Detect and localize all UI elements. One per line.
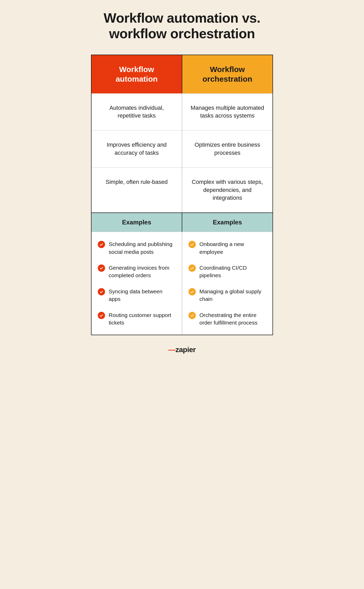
- list-item: Managing a global supply chain: [188, 288, 265, 303]
- page-wrapper: Workflow automation vs. workflow orchest…: [91, 10, 273, 354]
- automation-header: Workflow automation: [92, 55, 182, 93]
- check-icon-red: [98, 241, 105, 248]
- automation-feature-3: Simple, often rule-based: [92, 168, 182, 212]
- check-icon-red: [98, 312, 105, 319]
- check-icon-red: [98, 288, 105, 295]
- page-title: Workflow automation vs. workflow orchest…: [91, 10, 273, 42]
- check-icon-orange: [188, 241, 196, 248]
- orchestration-feature-1: Manages multiple automated tasks across …: [182, 94, 272, 131]
- check-icon-orange: [188, 312, 196, 319]
- examples-header-row: Examples Examples: [92, 212, 272, 232]
- automation-feature-2: Improves efficiency and accuracy of task…: [92, 131, 182, 167]
- table-header-row: Workflow automation Workflow orchestrati…: [92, 55, 272, 93]
- check-icon-orange: [188, 288, 196, 295]
- list-item: Onboarding a new employee: [188, 240, 265, 256]
- orchestration-header: Workflow orchestration: [182, 55, 272, 93]
- feature-row-1: Automates individual, repetitive tasks M…: [92, 93, 272, 131]
- check-icon-orange: [188, 264, 196, 272]
- orchestration-feature-2: Optimizes entire business processes: [182, 131, 272, 167]
- automation-feature-1: Automates individual, repetitive tasks: [92, 94, 182, 131]
- check-icon-red: [98, 264, 105, 272]
- orchestration-examples-list: Onboarding a new employee Coordinating C…: [182, 232, 272, 335]
- list-item: Syncing data between apps: [98, 288, 174, 303]
- automation-examples-list: Scheduling and publishing social media p…: [92, 232, 182, 335]
- comparison-table: Workflow automation Workflow orchestrati…: [91, 55, 273, 335]
- list-item: Orchestrating the entire order fulfillme…: [188, 311, 265, 327]
- zapier-logo: —zapier: [91, 346, 273, 354]
- orchestration-examples-header: Examples: [182, 213, 272, 232]
- list-item: Coordinating CI/CD pipelines: [188, 264, 265, 279]
- list-item: Generating invoices from completed order…: [98, 264, 174, 279]
- zapier-dash: —: [168, 346, 176, 354]
- orchestration-feature-3: Complex with various steps, dependencies…: [182, 168, 272, 212]
- list-item: Routing customer support tickets: [98, 311, 174, 327]
- automation-examples-header: Examples: [92, 213, 182, 232]
- list-item: Scheduling and publishing social media p…: [98, 240, 174, 256]
- examples-list-row: Scheduling and publishing social media p…: [92, 232, 272, 335]
- feature-row-2: Improves efficiency and accuracy of task…: [92, 130, 272, 167]
- feature-row-3: Simple, often rule-based Complex with va…: [92, 167, 272, 212]
